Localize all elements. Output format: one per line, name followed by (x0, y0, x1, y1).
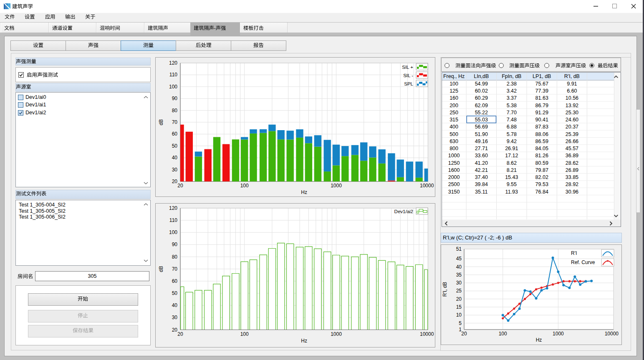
svg-text:11.93: 11.93 (505, 189, 518, 195)
svg-text:2000: 2000 (448, 174, 460, 180)
svg-text:9.55: 9.55 (507, 181, 517, 187)
svg-text:62.09: 62.09 (475, 103, 488, 108)
svg-text:LIn,dB: LIn,dB (474, 73, 489, 79)
svg-text:24.60: 24.60 (566, 117, 578, 123)
svg-text:87.83: 87.83 (535, 124, 548, 130)
svg-text:400: 400 (450, 124, 458, 130)
svg-text:28.62: 28.62 (566, 160, 578, 166)
svg-text:2.38: 2.38 (507, 81, 517, 87)
svg-text:100: 100 (450, 81, 458, 87)
svg-text:37.40: 37.40 (475, 174, 488, 180)
svg-text:81.26: 81.26 (535, 153, 548, 159)
svg-text:R'I, dB: R'I, dB (564, 73, 580, 79)
svg-text:35: 35 (456, 272, 462, 278)
svg-text:80.59: 80.59 (535, 160, 548, 166)
svg-text:20.37: 20.37 (566, 124, 578, 130)
svg-text:100: 100 (499, 331, 507, 337)
svg-text:17.12: 17.12 (505, 153, 518, 159)
svg-text:70: 70 (172, 266, 178, 272)
svg-text:25.39: 25.39 (566, 131, 578, 137)
svg-text:60: 60 (172, 278, 178, 284)
svg-text:77.39: 77.39 (535, 88, 548, 94)
svg-text:110: 110 (169, 217, 177, 223)
svg-text:10000: 10000 (420, 183, 434, 189)
svg-text:7.70: 7.70 (507, 110, 517, 116)
svg-text:56.69: 56.69 (475, 124, 488, 130)
svg-text:80: 80 (172, 108, 178, 113)
svg-text:81.63: 81.63 (535, 95, 548, 101)
svg-text:250: 250 (450, 110, 458, 116)
svg-text:60.02: 60.02 (475, 88, 488, 94)
svg-text:41.20: 41.20 (475, 160, 488, 166)
svg-text:3.37: 3.37 (507, 95, 517, 101)
svg-text:70: 70 (172, 119, 178, 125)
svg-text:75.67: 75.67 (535, 81, 548, 87)
svg-text:800: 800 (450, 146, 458, 151)
svg-text:30: 30 (172, 315, 178, 320)
svg-text:20: 20 (177, 183, 183, 189)
svg-text:dB: dB (158, 119, 164, 126)
svg-text:1600: 1600 (448, 167, 460, 173)
svg-text:28.92: 28.92 (566, 181, 578, 187)
svg-text:120: 120 (169, 205, 177, 211)
svg-text:20: 20 (177, 331, 183, 337)
svg-text:5.38: 5.38 (507, 103, 517, 108)
svg-text:1000: 1000 (331, 183, 342, 189)
svg-text:630: 630 (450, 138, 458, 144)
svg-text:Freq., Hz: Freq., Hz (443, 73, 465, 79)
svg-text:10: 10 (456, 312, 462, 318)
svg-text:40: 40 (456, 264, 462, 270)
svg-text:FpIn, dB: FpIn, dB (502, 73, 521, 79)
svg-text:SPL: SPL (404, 81, 413, 86)
svg-text:R'I: R'I (571, 250, 577, 256)
svg-text:51.90: 51.90 (475, 131, 488, 137)
svg-text:2500: 2500 (448, 181, 460, 187)
svg-text:3.42: 3.42 (507, 88, 517, 94)
svg-text:1250: 1250 (448, 160, 460, 166)
svg-text:1000: 1000 (553, 331, 564, 337)
svg-text:10.56: 10.56 (566, 95, 578, 101)
svg-text:LP1, dB: LP1, dB (533, 73, 551, 79)
svg-text:50: 50 (172, 143, 178, 149)
svg-text:60: 60 (172, 131, 178, 137)
svg-text:25.30: 25.30 (566, 110, 578, 116)
svg-text:90: 90 (172, 96, 178, 101)
svg-text:79.87: 79.87 (535, 167, 548, 173)
svg-text:200: 200 (450, 103, 458, 108)
svg-text:82.02: 82.02 (535, 174, 548, 180)
svg-text:40: 40 (172, 302, 178, 308)
svg-text:Dev1/ai2: Dev1/ai2 (394, 209, 413, 214)
svg-text:25: 25 (456, 288, 462, 294)
svg-text:90.41: 90.41 (535, 117, 548, 123)
svg-text:33.85: 33.85 (566, 174, 578, 180)
svg-text:49.16: 49.16 (475, 138, 488, 144)
svg-text:7.48: 7.48 (507, 117, 517, 123)
svg-text:R'I, dB: R'I, dB (442, 282, 448, 297)
svg-text:5.78: 5.78 (507, 131, 517, 137)
svg-text:dB: dB (158, 266, 164, 272)
svg-text:125: 125 (450, 88, 458, 94)
svg-text:35.11: 35.11 (475, 189, 487, 195)
svg-text:33.60: 33.60 (475, 153, 488, 159)
svg-text:13.92: 13.92 (566, 103, 578, 108)
svg-text:55.22: 55.22 (475, 110, 488, 116)
svg-text:10000: 10000 (605, 331, 619, 337)
svg-text:42.21: 42.21 (475, 167, 488, 173)
svg-text:20: 20 (461, 331, 467, 337)
svg-text:45.57: 45.57 (566, 146, 578, 151)
svg-text:SIL +: SIL + (402, 65, 413, 70)
svg-text:20: 20 (172, 327, 178, 333)
svg-text:315: 315 (450, 117, 458, 123)
svg-text:Hz: Hz (301, 189, 307, 195)
svg-text:500: 500 (450, 131, 458, 137)
svg-text:9.91: 9.91 (567, 81, 577, 87)
svg-text:3150: 3150 (448, 189, 460, 195)
svg-text:27.71: 27.71 (475, 146, 488, 151)
svg-text:88.06: 88.06 (535, 131, 548, 137)
svg-text:40: 40 (172, 155, 178, 161)
svg-text:10000: 10000 (420, 331, 434, 337)
svg-text:26.66: 26.66 (566, 138, 578, 144)
svg-text:80: 80 (172, 254, 178, 260)
svg-text:Ref. Curve: Ref. Curve (571, 259, 595, 265)
svg-text:100: 100 (169, 84, 177, 90)
